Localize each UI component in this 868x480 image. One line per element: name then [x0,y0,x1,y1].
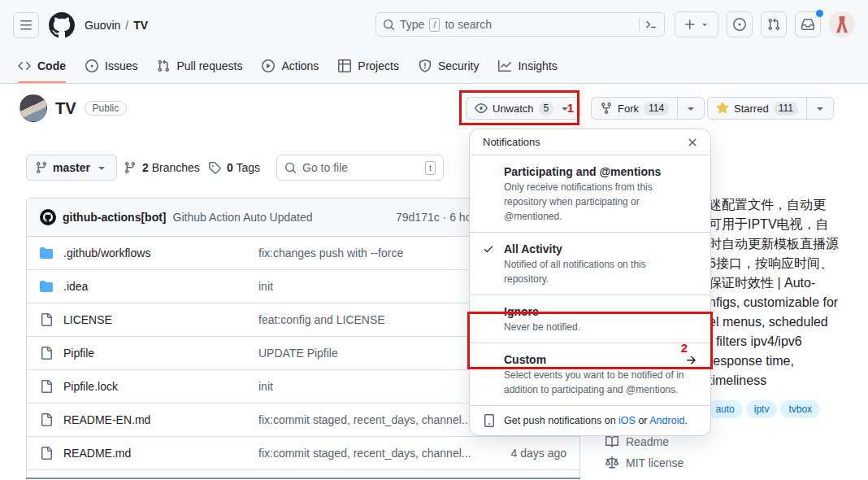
sidebar-link-label: MIT license [626,456,684,469]
sidebar-link-readme[interactable]: Readme [605,435,684,448]
about-description-line: nfigs, customizable for [709,293,839,312]
tab-issues[interactable]: Issues [79,49,144,83]
star-button-group: Starred 111 [707,97,834,120]
tag-icon [208,161,221,174]
check-gutter [483,164,504,180]
notifications-menu: Notifications Participating and @mention… [469,129,711,436]
commit-meta-separator: · [443,211,447,224]
push-text-suffix: . [684,415,687,426]
tab-insights[interactable]: Insights [492,49,563,83]
tags-link[interactable]: 0 Tags [208,161,260,174]
commit-message[interactable]: init [258,280,492,293]
commit-message[interactable]: Github Action Auto Updated [173,211,313,224]
search-placeholder-prefix: Type [400,18,424,31]
tab-projects[interactable]: Projects [332,49,406,83]
fork-dropdown-button[interactable] [677,98,704,119]
command-palette-icon[interactable] [644,18,658,31]
commit-message[interactable]: fix:changes push with --force [258,247,492,260]
file-name[interactable]: .github/workflows [63,247,258,260]
breadcrumb-repo[interactable]: TV [133,19,148,32]
breadcrumb-owner[interactable]: Guovin [85,19,120,32]
bot-avatar[interactable] [40,209,56,225]
about-description-line: 可用于IPTV电视，自 [709,215,839,234]
close-icon[interactable] [683,133,702,152]
tab-pull-requests[interactable]: Pull requests [150,49,249,83]
tab-code[interactable]: Code [11,49,72,83]
commit-message[interactable]: init [258,380,492,393]
commit-message[interactable]: UPDATE Pipfile [258,347,492,360]
notification-option-all-activity[interactable]: All ActivityNotified of all notification… [470,233,710,295]
fork-button[interactable]: Fork 114 [592,98,677,119]
notification-option-custom[interactable]: CustomSelect events you want to be notif… [470,343,710,406]
file-name[interactable]: README-EN.md [63,413,258,426]
branch-selector-button[interactable]: master [26,155,117,181]
starred-button[interactable]: Starred 111 [708,98,806,119]
table-row[interactable]: README.mdfix:commit staged, recent_days,… [27,437,579,470]
unwatch-label: Unwatch [493,103,534,115]
notification-option-title: Ignore [504,303,697,320]
commit-message[interactable]: fix:commit staged, recent_days, channel.… [258,447,492,460]
play-icon [262,59,275,72]
tags-label: Tags [236,161,260,174]
repo-avatar[interactable] [20,94,47,122]
branches-link[interactable]: 2 Branches [124,161,200,174]
caret-down-icon [814,102,827,115]
search-divider [639,18,640,31]
visibility-badge: Public [85,101,128,116]
repo-title[interactable]: TV [55,99,76,118]
notification-option-description: Select events you want to be notified of… [504,368,691,397]
about-description-line: el menus, scheduled [709,312,839,332]
pull-requests-dashboard-button[interactable] [761,11,787,37]
fork-count: 114 [644,102,669,116]
git-pull-request-icon [157,59,170,72]
file-name[interactable]: .idea [63,280,258,293]
notification-option-participating-and-mentions[interactable]: Participating and @mentionsOnly receive … [470,155,710,233]
search-placeholder-suffix: to search [445,18,492,31]
sidebar-link-mit-license[interactable]: MIT license [605,456,684,469]
branch-icon [124,161,137,174]
file-name[interactable]: LICENSE [63,313,258,326]
issues-icon [733,18,746,31]
tab-security[interactable]: Security [412,49,486,83]
star-dropdown-button[interactable] [806,98,833,119]
branches-label: Branches [152,161,200,174]
repo-header: TV Public [20,94,127,122]
pull-request-icon [767,18,780,31]
notification-option-title: Participating and @mentions [504,164,697,180]
issues-dashboard-button[interactable] [727,11,753,37]
topic-auto[interactable]: auto [707,400,742,418]
ios-link[interactable]: iOS [618,415,636,426]
about-description-line: , filters ipv4/ipv6 [709,332,839,351]
tab-label: Code [37,59,66,72]
push-notifications-footer: Get push notifications on iOS or Android… [470,406,710,435]
code-icon [18,59,31,72]
android-link[interactable]: Android [649,415,684,426]
about-description-line: response time, [709,351,839,371]
file-name[interactable]: Pipfile [63,347,258,360]
search-input[interactable]: Type / to search [375,12,665,37]
commit-message[interactable]: feat:config and LICENSE [258,313,492,326]
sidebar-link-label: Readme [626,435,669,448]
topic-iptv[interactable]: iptv [746,400,778,418]
about-description-line: 6接口，按响应时间、 [709,254,839,273]
topic-tvbox[interactable]: tvbox [780,400,820,418]
tab-label: Insights [518,59,557,72]
notification-option-ignore[interactable]: IgnoreNever be notified. [470,295,710,343]
user-avatar[interactable] [829,11,855,37]
file-icon [40,380,53,393]
hamburger-button[interactable] [13,12,39,38]
inbox-button[interactable] [795,11,821,37]
commit-message[interactable]: fix:commit staged, recent_days, channel.… [258,413,492,426]
create-new-button[interactable] [675,11,718,37]
file-name[interactable]: README.md [63,447,258,460]
goto-file-box[interactable]: t [276,155,444,181]
file-name[interactable]: Pipfile.lock [63,380,258,393]
goto-file-input[interactable] [302,161,419,174]
commit-author[interactable]: github-actions[bot] [63,211,167,224]
github-logo[interactable] [49,12,75,38]
tab-actions[interactable]: Actions [255,49,325,83]
commit-sha[interactable]: 79d171c [396,211,440,224]
commit-date: 4 days ago [492,447,566,460]
about-description-line: 时自动更新模板直播源 [709,234,839,254]
unwatch-button[interactable]: Unwatch 5 [466,97,580,120]
